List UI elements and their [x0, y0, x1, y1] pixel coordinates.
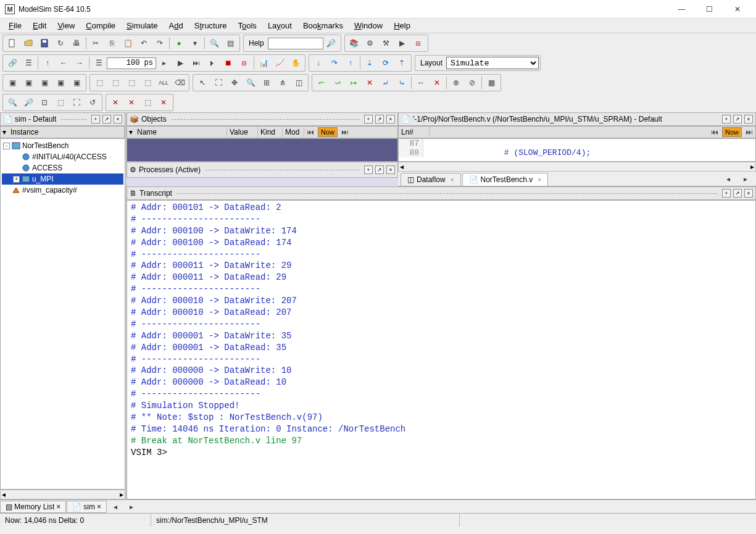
menu-add[interactable]: Add: [164, 20, 188, 31]
toggle-button[interactable]: ▤: [223, 36, 238, 50]
close-tab-icon[interactable]: ×: [538, 177, 541, 183]
sim-undock-button[interactable]: ↗: [102, 115, 111, 123]
edge8-button[interactable]: ✕: [430, 76, 444, 90]
sel-all-button[interactable]: ALL: [156, 76, 171, 90]
close-tab-icon[interactable]: ×: [451, 177, 454, 183]
zoom-full-button[interactable]: ⛶: [69, 96, 84, 109]
sim-hscroll[interactable]: ◂▸: [0, 490, 125, 499]
edge7-button[interactable]: ↔: [413, 76, 428, 90]
objects-body[interactable]: [127, 138, 398, 162]
compile-all-button[interactable]: ⚒: [379, 36, 394, 50]
nav-back-button[interactable]: ←: [56, 56, 71, 70]
processes-add-button[interactable]: +: [364, 165, 373, 174]
bottom-scroll-left[interactable]: ◂: [108, 500, 123, 514]
step-into-button[interactable]: ↓: [311, 56, 326, 70]
instance-column[interactable]: Instance: [8, 127, 125, 138]
copy-button[interactable]: ⎘: [104, 36, 119, 50]
tab-dataflow[interactable]: ◫Dataflow×: [401, 173, 461, 186]
sim-tree-item[interactable]: #INITIAL#40(ACCESS: [2, 151, 123, 162]
tree-expand-icon[interactable]: +: [13, 176, 20, 183]
sel3-button[interactable]: ⬚: [124, 76, 139, 90]
tab-sim[interactable]: 📄sim×: [67, 501, 107, 513]
paste-button[interactable]: 📋: [120, 36, 135, 50]
list-button[interactable]: ☰: [21, 56, 36, 70]
zoom-in-button[interactable]: 🔍: [5, 96, 20, 109]
del1-button[interactable]: ✕: [108, 96, 123, 109]
library-button[interactable]: 📚: [347, 36, 362, 50]
objects-value-col[interactable]: Value: [227, 127, 258, 138]
break-button[interactable]: ⦻: [411, 36, 426, 50]
objects-prev-button[interactable]: ⏮: [305, 125, 316, 139]
objects-kind-col[interactable]: Kind: [258, 127, 283, 138]
del4-button[interactable]: ✕: [156, 96, 171, 109]
new-file-button[interactable]: [5, 36, 20, 50]
print-button[interactable]: 🖶: [69, 36, 84, 50]
run-all-button[interactable]: ⏭: [189, 56, 204, 70]
menu-structure[interactable]: Structure: [189, 20, 232, 31]
menu-simulate[interactable]: Simulate: [122, 20, 163, 31]
tab-source[interactable]: 📄NorTestBench.v×: [462, 173, 549, 186]
tabs-scroll-right[interactable]: ▸: [738, 172, 753, 186]
del3-button[interactable]: ⬚: [140, 96, 155, 109]
menu-edit[interactable]: Edit: [28, 20, 51, 31]
time-unit-icon[interactable]: ▸: [157, 56, 172, 70]
menu-file[interactable]: File: [4, 20, 27, 31]
objects-undock-button[interactable]: ↗: [375, 115, 384, 123]
map-button[interactable]: ▦: [484, 76, 499, 90]
cov1-button[interactable]: ▣: [5, 76, 20, 90]
step-over2-button[interactable]: ⟳: [378, 56, 393, 70]
tabs-scroll-left[interactable]: ◂: [721, 172, 736, 186]
wave2-button[interactable]: 📈: [272, 56, 287, 70]
source-hscroll[interactable]: ◂▸: [398, 162, 756, 172]
transcript-close-button[interactable]: ×: [744, 189, 753, 198]
sim-tree-item[interactable]: ACCESS: [2, 162, 123, 173]
source-now-button[interactable]: Now: [722, 127, 742, 137]
minimize-button[interactable]: —: [668, 1, 696, 18]
del2-button[interactable]: ✕: [124, 96, 139, 109]
edge4-button[interactable]: ✕: [362, 76, 377, 90]
step-into2-button[interactable]: ⇣: [362, 56, 377, 70]
run-list-button[interactable]: ☰: [91, 56, 106, 70]
source-body[interactable]: 8788 # (SLOW_PERIOD/4);: [398, 138, 756, 162]
objects-name-col[interactable]: Name: [135, 127, 227, 138]
cov4-button[interactable]: ▣: [53, 76, 68, 90]
edge6-button[interactable]: ⤿: [394, 76, 409, 90]
nav-up-button[interactable]: ↑: [40, 56, 55, 70]
sim-tree[interactable]: -NorTestBench#INITIAL#40(ACCESSACCESS+u_…: [0, 138, 125, 490]
menu-compile[interactable]: Compile: [81, 20, 120, 31]
source-ln-col[interactable]: Ln#: [399, 127, 430, 138]
wave-button[interactable]: 📊: [256, 56, 271, 70]
source-close-button[interactable]: ×: [744, 115, 753, 123]
edge9-button[interactable]: ⊗: [449, 76, 463, 90]
tab-memory-list[interactable]: ▤Memory List×: [0, 501, 66, 513]
link-button[interactable]: 🔗: [5, 56, 20, 70]
simulate-button[interactable]: ▶: [395, 36, 410, 50]
break-sim-button[interactable]: ⦻: [237, 56, 252, 70]
objects-mode-col[interactable]: Mod: [283, 127, 304, 138]
menu-bookmarks[interactable]: Bookmarks: [298, 20, 348, 31]
close-button[interactable]: ✕: [723, 1, 751, 18]
menu-help[interactable]: Help: [389, 20, 415, 31]
undo-button[interactable]: ↶: [136, 36, 151, 50]
cov5-button[interactable]: ▣: [69, 76, 84, 90]
save-button[interactable]: [37, 36, 52, 50]
run-button[interactable]: ▶: [173, 56, 188, 70]
stop-button[interactable]: ⏹: [221, 56, 236, 70]
processes-close-button[interactable]: ×: [386, 165, 395, 174]
compile-button[interactable]: ⚙: [363, 36, 378, 50]
sim-tree-item[interactable]: +u_MPI: [2, 173, 123, 185]
sim-add-button[interactable]: +: [91, 115, 100, 123]
objects-close-button[interactable]: ×: [386, 115, 395, 123]
sel2-button[interactable]: ⬚: [108, 76, 123, 90]
menu-layout[interactable]: Layout: [263, 20, 297, 31]
maximize-button[interactable]: ☐: [696, 1, 723, 18]
menu-window[interactable]: Window: [349, 20, 388, 31]
step-over-button[interactable]: ↷: [327, 56, 342, 70]
sel4-button[interactable]: ⬚: [140, 76, 155, 90]
sim-tree-item[interactable]: -NorTestBench: [2, 140, 123, 151]
menu-tools[interactable]: Tools: [233, 20, 262, 31]
objects-now-button[interactable]: Now: [318, 127, 338, 137]
open-button[interactable]: [21, 36, 36, 50]
dropdown-icon[interactable]: ▾: [188, 36, 202, 50]
edge10-button[interactable]: ⊘: [465, 76, 480, 90]
